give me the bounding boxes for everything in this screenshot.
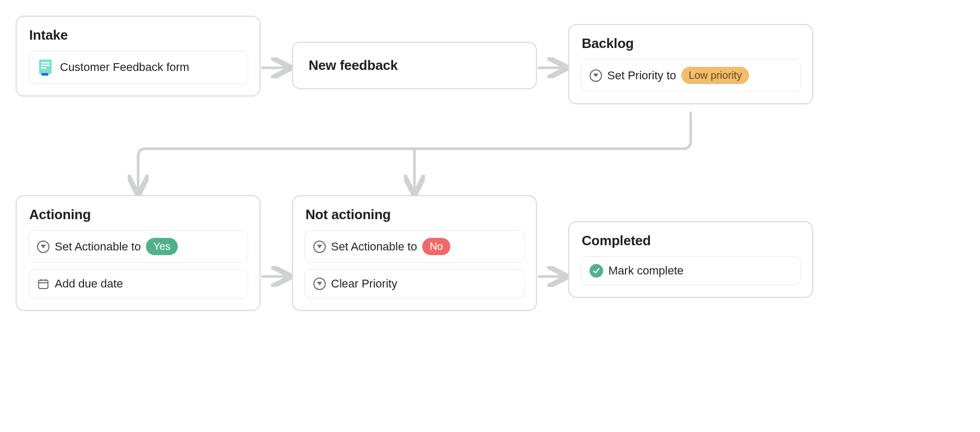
actionable-pill-no: No [422,238,450,255]
rule-add-due-date[interactable]: Add due date [28,269,248,298]
svg-rect-0 [39,59,52,74]
svg-marker-5 [593,74,598,77]
arrow-newfeedback-to-backlog [537,60,568,76]
svg-marker-11 [317,245,322,248]
rule-set-actionable-yes[interactable]: Set Actionable to Yes [28,230,248,263]
svg-rect-2 [41,65,50,66]
node-title: Backlog [582,35,801,52]
node-title: Actioning [29,207,248,223]
trigger-icon [313,278,326,290]
svg-rect-1 [41,62,50,64]
form-icon [37,58,55,76]
rule-set-actionable-no[interactable]: Set Actionable to No [304,230,524,263]
trigger-icon [590,69,602,82]
workflow-canvas: Intake Customer Feedback form New feedba… [16,16,818,381]
svg-rect-3 [41,67,46,69]
rule-text: Customer Feedback form [60,61,189,74]
rule-intake-form[interactable]: Customer Feedback form [28,51,248,84]
rule-text: Mark complete [608,264,683,278]
calendar-icon [37,278,50,290]
node-completed[interactable]: Completed Mark complete [568,221,813,298]
node-title: Intake [29,27,248,43]
arrow-backlog-branch [120,110,704,198]
trigger-icon [37,241,50,253]
svg-marker-12 [317,282,322,285]
node-title: Completed [582,233,801,249]
arrow-actioning-to-notactioning [261,269,292,284]
rule-text: Clear Priority [331,277,397,291]
svg-rect-4 [41,73,48,76]
trigger-icon [313,241,326,253]
node-title: Not actioning [305,207,524,223]
node-intake[interactable]: Intake Customer Feedback form [16,16,261,97]
node-new-feedback[interactable]: New feedback [292,42,537,89]
svg-rect-7 [39,280,48,289]
arrow-notactioning-to-completed [537,269,568,284]
node-actioning[interactable]: Actioning Set Actionable to Yes Add due … [16,195,261,311]
rule-text: Add due date [55,277,123,291]
rule-text: Set Actionable to [55,240,141,254]
node-backlog[interactable]: Backlog Set Priority to Low priority [568,24,813,104]
check-icon [590,264,603,278]
rule-mark-complete[interactable]: Mark complete [581,256,801,285]
rule-text: Set Actionable to [331,240,417,254]
rule-set-priority[interactable]: Set Priority to Low priority [581,59,801,92]
priority-pill-low: Low priority [681,67,749,84]
arrow-intake-to-newfeedback [261,60,292,76]
node-title: New feedback [309,57,520,74]
svg-marker-6 [41,245,46,248]
rule-text: Set Priority to [607,69,676,82]
actionable-pill-yes: Yes [146,238,178,255]
node-not-actioning[interactable]: Not actioning Set Actionable to No Clear… [292,195,537,311]
rule-clear-priority[interactable]: Clear Priority [304,269,524,298]
